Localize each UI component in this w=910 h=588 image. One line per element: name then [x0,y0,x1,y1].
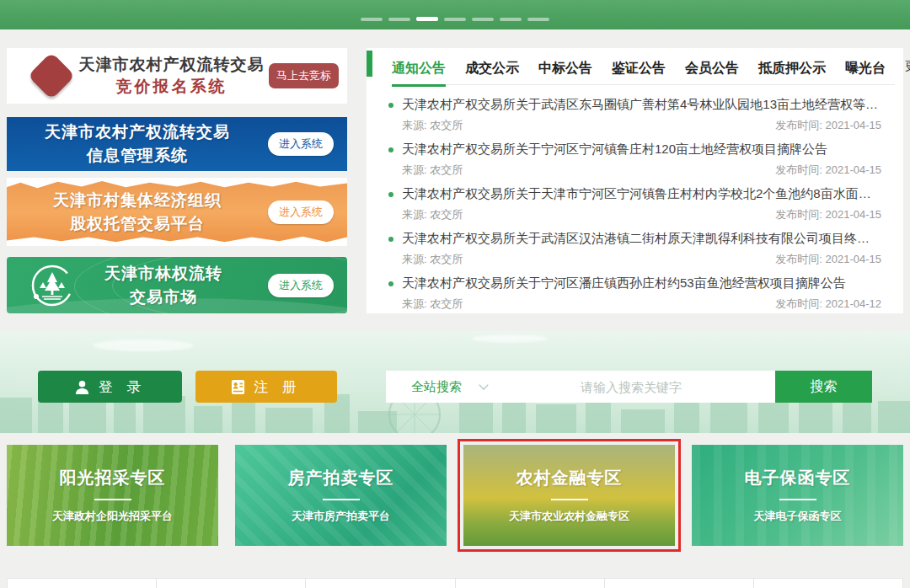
notice-date: 发布时间: 2021-04-15 [775,118,881,133]
notice-item: 天津农村产权交易所关于武清区汉沽港镇二街村原天津凯得利科技有限公司项目终结公告 … [367,224,903,269]
more-link[interactable]: 更多 ▶ [905,59,910,81]
notice-item: 天津农村产权交易所关于天津市宁河区宁河镇鲁庄村村内学校北2个鱼池约8亩水面经营.… [367,179,903,224]
go-bid-button[interactable]: 马上去竞标 [269,63,339,88]
register-button[interactable]: 注 册 [195,371,337,403]
top-carousel-bar [0,0,910,29]
zone-electronic-guarantee[interactable]: 电子保函专区 天津电子保函专区 [692,445,903,546]
tab-notice-announcements[interactable]: 通知公告 [392,53,446,86]
search-input[interactable] [487,380,775,394]
notice-title-link[interactable]: 天津农村产权交易所关于武清区汉沽港镇二街村原天津凯得利科技有限公司项目终结公告 [402,231,881,247]
notice-date: 发布时间: 2021-04-15 [775,252,881,267]
tab-certification[interactable]: 鉴证公告 [612,53,666,86]
tab-exposure[interactable]: 曝光台 [845,53,886,86]
divider [323,499,360,500]
bidding-title-line2: 竞价报名系统 [74,76,269,98]
carousel-dash[interactable] [361,18,383,21]
partner-cell[interactable] [456,578,605,588]
search-bar: 全站搜索 [386,371,775,403]
partner-cell[interactable] [306,578,455,588]
notice-panel: 通知公告 成交公示 中标公告 鉴证公告 会员公告 抵质押公示 曝光台 更多 ▶ … [367,48,903,313]
equity-banner-title: 天津市村集体经济组织 股权托管交易平台 [7,189,268,235]
carousel-dash[interactable] [500,18,522,21]
tab-winning-bid[interactable]: 中标公告 [538,53,592,86]
tab-member[interactable]: 会员公告 [685,53,739,86]
notice-source: 来源: 农交所 [402,207,463,222]
search-scope-select[interactable]: 全站搜索 [386,379,487,395]
info-enter-system-button[interactable]: 进入系统 [268,132,334,156]
equity-platform-card[interactable]: 天津市村集体经济组织 股权托管交易平台 进入系统 [7,178,347,246]
notice-title-link[interactable]: 天津农村产权交易所关于宁河区宁河镇鲁庄村120亩土地经营权项目摘牌公告 [402,142,827,158]
search-button[interactable]: 搜索 [775,371,872,403]
bullet-icon [388,103,393,108]
notice-date: 发布时间: 2021-04-15 [775,163,881,178]
carousel-dash[interactable] [388,18,410,21]
bullet-icon [388,147,393,152]
partner-cell[interactable] [157,578,306,588]
tab-accent-bar [367,51,372,77]
zone-property-auction[interactable]: 房产拍卖专区 天津市房产拍卖平台 [235,445,447,546]
exchange-logo-icon [29,53,74,99]
carousel-dash[interactable] [444,18,466,21]
equity-enter-system-button[interactable]: 进入系统 [268,200,334,224]
zone-cards: 阳光招采专区 天津政村企阳光招采平台 房产拍卖专区 天津市房产拍卖平台 农村金融… [7,445,903,546]
partner-cell[interactable] [605,578,754,588]
bidding-system-title: 天津市农村产权流转交易 竞价报名系统 [74,54,269,97]
login-button[interactable]: 登 录 [38,371,182,403]
notice-item: 天津农村产权交易所关于武清区东马圈镇广善村第4号林业队园地13亩土地经营权等4个… [367,90,903,135]
cloud-decoration [472,334,548,343]
notice-date: 发布时间: 2021-04-12 [775,297,881,312]
partner-cell[interactable] [7,578,157,588]
notice-title-link[interactable]: 天津农村产权交易所关于天津市宁河区宁河镇鲁庄村村内学校北2个鱼池约8亩水面经营.… [402,186,881,202]
forest-trees-icon [29,262,76,309]
bullet-icon [388,281,393,286]
notice-item: 天津农村产权交易所关于宁河区宁河镇鲁庄村120亩土地经营权项目摘牌公告 来源: … [367,135,903,179]
tab-mortgage[interactable]: 抵质押公示 [758,53,826,86]
info-management-banner[interactable]: 天津市农村产权流转交易 信息管理系统 进入系统 [7,117,347,171]
notice-source: 来源: 农交所 [402,118,463,133]
partner-cell[interactable] [754,578,903,588]
bullet-icon [388,237,393,242]
divider [94,499,131,500]
notice-source: 来源: 农交所 [402,297,463,312]
notice-list: 天津农村产权交易所关于武清区东马圈镇广善村第4号林业队园地13亩土地经营权等4个… [367,90,903,313]
carousel-dash[interactable] [527,18,549,21]
tab-deal-publicity[interactable]: 成交公示 [465,53,519,86]
zone-rural-finance[interactable]: 农村金融专区 天津市农业农村金融专区 [463,445,675,546]
notice-title-link[interactable]: 天津农村产权交易所关于宁河区潘庄镇西孙庄村约53亩鱼池经营权项目摘牌公告 [402,275,846,291]
divider [779,499,816,500]
info-banner-title: 天津市农村产权流转交易 信息管理系统 [7,120,268,167]
carousel-dash[interactable] [472,18,494,21]
carousel-indicators [361,18,549,21]
notice-tab-row: 通知公告 成交公示 中标公告 鉴证公告 会员公告 抵质押公示 曝光台 更多 ▶ [392,55,895,85]
notice-title-link[interactable]: 天津农村产权交易所关于武清区东马圈镇广善村第4号林业队园地13亩土地经营权等4个… [402,97,881,113]
bullet-icon [388,192,393,197]
bidding-title-line1: 天津市农村产权流转交易 [74,54,269,76]
notice-date: 发布时间: 2021-04-15 [775,207,881,222]
search-band: 登 录 注 册 全站搜索 搜索 [0,331,910,433]
forest-rights-banner[interactable]: 天津市林权流转 交易市场 进入系统 [7,257,347,313]
carousel-dash-active[interactable] [416,17,438,21]
bidding-system-card: 天津市农村产权流转交易 竞价报名系统 马上去竞标 [7,48,347,104]
cloud-decoration [93,339,194,351]
notice-item: 天津农村产权交易所关于宁河区潘庄镇西孙庄村约53亩鱼池经营权项目摘牌公告 来源:… [367,269,903,313]
notice-source: 来源: 农交所 [402,252,463,267]
user-icon [74,379,90,395]
id-card-icon [231,379,245,395]
divider [551,499,588,500]
zone-sunshine-procurement[interactable]: 阳光招采专区 天津政村企阳光招采平台 [7,445,218,546]
partner-strip [7,578,903,588]
notice-source: 来源: 农交所 [402,163,463,178]
